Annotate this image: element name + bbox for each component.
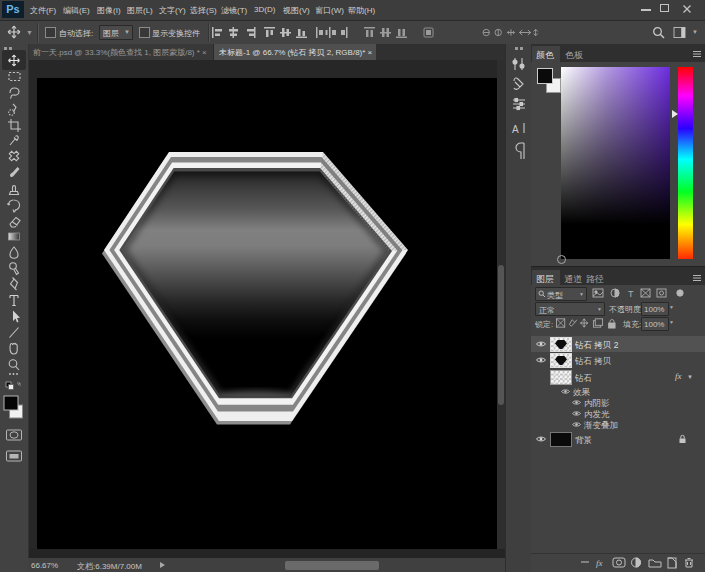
svg-text:fx: fx [596, 558, 603, 568]
svg-text:A: A [512, 124, 519, 135]
svg-text:T: T [628, 289, 634, 299]
